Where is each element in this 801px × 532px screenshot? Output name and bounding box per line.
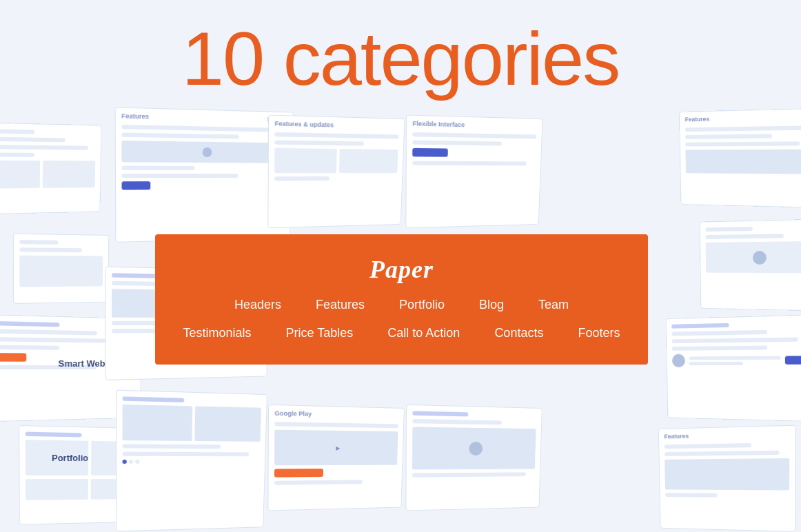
heading-container: 10 categories: [0, 21, 801, 96]
nav-item-contacts[interactable]: Contacts: [494, 326, 543, 340]
orange-panel: Paper Headers Features Portfolio Blog Te…: [155, 234, 648, 365]
wireframe-card: [0, 122, 102, 214]
wireframe-card: [700, 219, 801, 311]
nav-item-testimonials[interactable]: Testimonials: [183, 326, 252, 340]
wireframe-card: Features & updates: [267, 114, 405, 228]
wireframe-card: [116, 390, 267, 532]
wireframe-card: [666, 314, 801, 422]
logo: Paper: [369, 255, 434, 284]
nav-item-footers[interactable]: Footers: [578, 326, 620, 340]
wireframe-card: Features: [658, 425, 796, 532]
nav-item-portfolio[interactable]: Portfolio: [399, 298, 445, 312]
nav-row-1: Headers Features Portfolio Blog Team: [234, 298, 569, 312]
wireframe-card: [13, 234, 109, 304]
wireframe-card: Flexible Interface: [405, 114, 543, 228]
nav-item-price-tables[interactable]: Price Tables: [286, 326, 354, 340]
wireframe-card: [405, 405, 542, 511]
nav-item-blog[interactable]: Blog: [479, 298, 504, 312]
nav-item-cta[interactable]: Call to Action: [387, 326, 460, 340]
nav-item-features[interactable]: Features: [316, 298, 365, 312]
wireframe-card: Google Play ▶: [267, 405, 404, 511]
wireframe-card: Features: [679, 108, 801, 208]
nav-item-headers[interactable]: Headers: [234, 298, 281, 312]
nav-item-team[interactable]: Team: [538, 298, 569, 312]
nav-row-2: Testimonials Price Tables Call to Action…: [183, 326, 620, 340]
main-heading: 10 categories: [182, 21, 619, 96]
